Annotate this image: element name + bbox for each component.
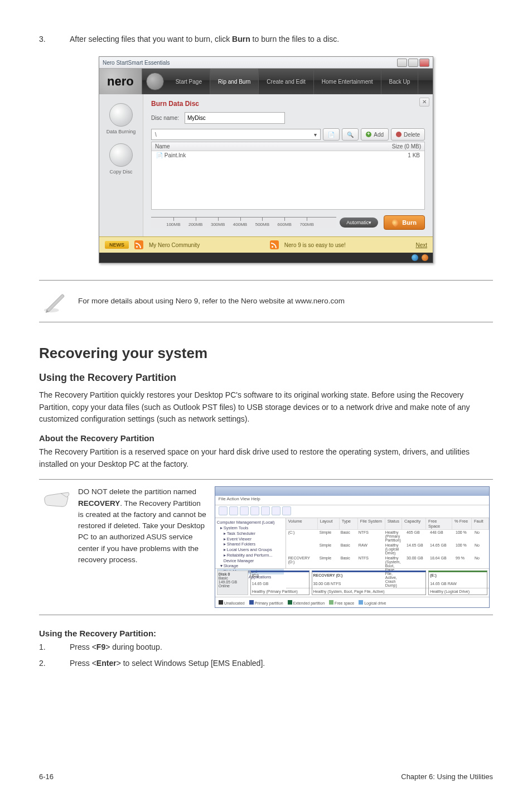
dm-tool-button[interactable]: [261, 506, 270, 515]
tab-rip-and-burn[interactable]: Rip and Burn: [210, 69, 259, 94]
up-folder-button[interactable]: 📄: [323, 128, 340, 141]
nero-news-bar: NEWS My Nero Community Nero 9 is so easy…: [99, 236, 433, 253]
file-row[interactable]: 📄 Paint.lnk 1 KB: [152, 151, 424, 160]
news-community[interactable]: My Nero Community: [149, 242, 200, 248]
delete-button[interactable]: Delete: [391, 128, 425, 141]
nero-sidebar: Data Burning Copy Disc: [99, 94, 143, 236]
disc-name-label: Disc name:: [151, 115, 179, 121]
disk-management-screenshot: File Action View Help Computer Managemen…: [215, 486, 490, 608]
news-easy: Nero 9 is so easy to use!: [284, 242, 346, 248]
dm-tool-button[interactable]: [282, 506, 291, 515]
section-title: Recovering your system: [39, 345, 493, 362]
sub-heading: Using the Recovery Partition:: [39, 629, 493, 638]
find-button[interactable]: 🔍: [342, 128, 359, 141]
recovery-step-1: 1. Press <F9> during bootup.: [39, 641, 493, 653]
automatic-selector[interactable]: Automatic ▾: [340, 218, 378, 228]
nero-header: nero Start Page Rip and Burn Create and …: [99, 69, 433, 94]
dm-tool-button[interactable]: [219, 506, 228, 515]
panel-close-icon[interactable]: ✕: [419, 98, 429, 107]
step-number: 3.: [39, 33, 70, 45]
step-number: 2.: [39, 658, 70, 669]
sidebar-copy-disc[interactable]: Copy Disc: [99, 169, 143, 175]
col-size[interactable]: Size (0 MB): [373, 142, 424, 151]
info-icon[interactable]: [412, 254, 418, 261]
step-text: Press <Enter> to select Windows Setup [E…: [70, 658, 493, 669]
step-3: 3. After selecting files that you want t…: [39, 33, 493, 45]
tab-back-up[interactable]: Back Up: [381, 69, 419, 94]
nero-tabs: Start Page Rip and Burn Create and Edit …: [168, 69, 419, 94]
paragraph: The Recovery Partition quickly restores …: [39, 389, 493, 426]
nero-logo: nero: [99, 69, 142, 94]
dm-toolbar: [215, 505, 489, 518]
dm-partition-e[interactable]: (E:) 14.65 GB RAW Healthy (Logical Drive…: [428, 571, 487, 595]
minimize-button[interactable]: [397, 59, 407, 67]
rss-icon[interactable]: [270, 240, 279, 249]
tab-start-page[interactable]: Start Page: [168, 69, 210, 94]
dm-tool-button[interactable]: [229, 506, 238, 515]
sidebar-data-burning[interactable]: Data Burning: [99, 129, 143, 134]
pen-icon: [42, 288, 68, 314]
disc-icon: [146, 73, 164, 90]
flame-icon: [391, 218, 400, 228]
capacity-bar: 100MB 200MB 300MB 400MB 500MB 600MB 700M…: [151, 215, 425, 230]
step-number: 1.: [39, 641, 70, 653]
rss-icon[interactable]: [134, 240, 143, 249]
chapter-label: Chapter 6: Using the Utilities: [401, 772, 493, 781]
dm-tool-button[interactable]: [272, 506, 280, 515]
note-text: For more details about using Nero 9, ref…: [78, 296, 345, 307]
step-text: After selecting files that you want to b…: [70, 33, 493, 45]
page-footer: 6-16 Chapter 6: Using the Utilities: [39, 772, 493, 781]
close-button[interactable]: [419, 59, 429, 67]
nero-main-panel: ✕ Burn Data Disc Disc name: \▾ 📄 🔍 Add D…: [143, 94, 433, 236]
step-text: Press <F9> during bootup.: [70, 641, 493, 653]
dm-disk-label: Disk 0 Basic 149.05 GB Online: [217, 571, 248, 595]
recovery-step-2: 2. Press <Enter> to select Windows Setup…: [39, 658, 493, 669]
window-controls[interactable]: [397, 59, 429, 67]
power-icon[interactable]: [422, 254, 428, 261]
data-burning-icon[interactable]: [109, 103, 133, 127]
panel-title: Burn Data Disc: [151, 100, 425, 108]
file-list: Name Size (0 MB) 📄 Paint.lnk 1 KB: [151, 142, 425, 210]
warning-note: DO NOT delete the partition named RECOVE…: [39, 479, 493, 615]
tab-home-entertainment[interactable]: Home Entertainment: [314, 69, 381, 94]
dm-partition-map[interactable]: Disk 0 Basic 149.05 GB Online (C:) 14.65…: [215, 568, 489, 597]
tab-create-and-edit[interactable]: Create and Edit: [259, 69, 314, 94]
dm-tree[interactable]: Computer Management (Local) ▸ System Too…: [215, 518, 286, 568]
news-next[interactable]: Next: [415, 242, 427, 248]
sub-heading: About the Recovery Partition: [39, 433, 493, 443]
disc-name-input[interactable]: [185, 112, 285, 124]
dm-title-bar: [215, 487, 489, 496]
maximize-button[interactable]: [408, 59, 418, 67]
nero-bottom-bar: [99, 253, 433, 263]
add-button[interactable]: Add: [361, 128, 389, 141]
note-box: For more details about using Nero 9, ref…: [39, 280, 493, 322]
col-name[interactable]: Name: [152, 142, 373, 151]
nero-window-screenshot: Nero StartSmart Essentials nero Start Pa…: [99, 56, 433, 263]
page-number: 6-16: [39, 772, 54, 781]
nero-title-bar: Nero StartSmart Essentials: [99, 57, 433, 69]
dm-tool-button[interactable]: [240, 506, 249, 515]
dm-menu-bar[interactable]: File Action View Help: [215, 496, 489, 505]
path-input[interactable]: \▾: [151, 129, 321, 140]
dm-partition-c[interactable]: (C:) 14.65 GB Healthy (Primary Partition…: [250, 571, 309, 595]
hand-pointing-icon: [42, 486, 70, 510]
dm-partition-recovery[interactable]: RECOVERY (D:) 30.00 GB NTFS Healthy (Sys…: [312, 571, 427, 595]
subsection-title: Using the Recovery Partition: [39, 372, 493, 384]
copy-disc-icon[interactable]: [109, 143, 133, 167]
paragraph: The Recovery Partition is a reserved spa…: [39, 446, 493, 470]
warning-text: DO NOT delete the partition named RECOVE…: [78, 486, 207, 566]
dm-legend: Unallocated Primary partition Extended p…: [215, 597, 489, 607]
burn-button[interactable]: Burn: [384, 215, 425, 230]
nero-window-title: Nero StartSmart Essentials: [103, 60, 170, 66]
dm-tool-button[interactable]: [250, 506, 259, 515]
news-badge: NEWS: [105, 241, 129, 249]
